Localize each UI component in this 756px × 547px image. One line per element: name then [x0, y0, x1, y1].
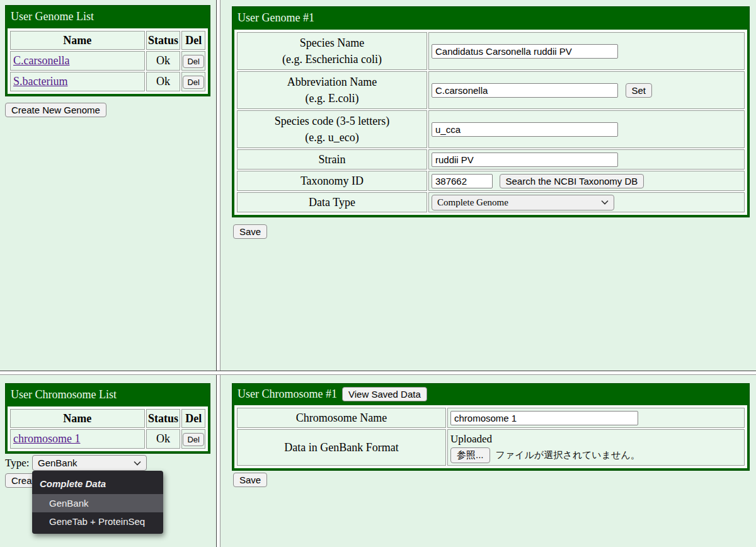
column-header-status: Status	[146, 31, 181, 50]
column-header-status: Status	[146, 409, 181, 428]
genome-link[interactable]: S.bacterium	[13, 75, 67, 88]
field-label: Taxonomy ID	[237, 171, 427, 191]
form-row-species-name: Species Name (e.g. Escherichia coli)	[237, 32, 745, 70]
chromosome-form-title: User Chromosome #1	[238, 388, 337, 401]
form-row-strain: Strain	[237, 149, 745, 170]
save-genome-button[interactable]: Save	[233, 224, 267, 239]
taxonomy-id-input[interactable]	[432, 174, 493, 188]
chromosome-type-select[interactable]: GenBank	[32, 455, 147, 471]
chromosome-link[interactable]: chromosome 1	[13, 432, 80, 445]
table-row: chromosome 1 Ok Del	[10, 429, 205, 449]
species-code-input[interactable]	[432, 122, 618, 137]
table-row: S.bacterium Ok Del	[10, 72, 205, 91]
genome-list-header-row: Name Status Del	[10, 31, 205, 50]
select-dropdown-popup: Complete Data GenBank GeneTab + ProteinS…	[32, 471, 163, 534]
frame-resize-handle-vertical-bottom[interactable]	[216, 375, 220, 547]
dropdown-option-genbank[interactable]: GenBank	[32, 494, 163, 512]
type-label: Type:	[5, 457, 29, 469]
field-label: Abbreviation Name (e.g. E.coli)	[237, 71, 427, 109]
upload-status: Uploaded	[450, 432, 742, 447]
genome-list-panel: User Genome List Name Status Del C.carso…	[5, 5, 210, 96]
table-row: C.carsonella Ok Del	[10, 51, 205, 71]
status-value: Ok	[146, 429, 181, 449]
create-new-genome-button[interactable]: Create New Genome	[5, 103, 106, 117]
chromosome-form-table: Chromosome Name Data in GenBank Format U…	[234, 405, 747, 468]
strain-input[interactable]	[432, 153, 618, 167]
abbreviation-input[interactable]	[432, 83, 618, 98]
column-header-del: Del	[181, 31, 205, 50]
chromosome-list-panel: User Chromosome List Name Status Del chr…	[5, 383, 210, 454]
chevron-down-icon	[134, 461, 141, 466]
form-row-taxonomy: Taxonomy ID Search the NCBI Taxonomy DB	[237, 171, 745, 191]
genome-list-table: Name Status Del C.carsonella Ok Del S.ba…	[8, 28, 208, 94]
dropdown-option-genetab-proteinseq[interactable]: GeneTab + ProteinSeq	[32, 512, 163, 531]
genome-list-title: User Genome List	[8, 8, 208, 28]
genome-form-title: User Genome #1	[234, 9, 747, 30]
genome-form-panel: User Genome #1 Species Name (e.g. Escher…	[232, 6, 750, 217]
field-label: Species Name (e.g. Escherichia coli)	[237, 32, 427, 70]
genome-form-table: Species Name (e.g. Escherichia coli) Abb…	[234, 30, 747, 215]
form-row-species-code: Species code (3-5 letters) (e.g. u_eco)	[237, 110, 745, 148]
file-status-text: ファイルが選択されていません。	[496, 449, 640, 461]
field-label: Data in GenBank Format	[237, 429, 446, 466]
data-type-select[interactable]: Complete Genome	[432, 195, 614, 210]
dropdown-group-label: Complete Data	[32, 474, 163, 494]
column-header-del: Del	[181, 409, 205, 428]
chromosome-name-input[interactable]	[450, 411, 638, 425]
status-value: Ok	[146, 72, 181, 91]
form-row-chromosome-name: Chromosome Name	[237, 408, 745, 428]
file-browse-button[interactable]: 参照...	[450, 447, 490, 463]
field-label: Species code (3-5 letters) (e.g. u_eco)	[237, 110, 427, 148]
form-row-data-type: Data Type Complete Genome	[237, 192, 745, 212]
field-label: Chromosome Name	[237, 408, 446, 428]
delete-genome-button[interactable]: Del	[183, 55, 204, 68]
species-name-input[interactable]	[432, 44, 618, 59]
frame-resize-handle-horizontal[interactable]	[0, 371, 756, 375]
chromosome-list-title: User Chromosome List	[8, 386, 208, 406]
delete-chromosome-button[interactable]: Del	[183, 433, 204, 446]
save-chromosome-button[interactable]: Save	[233, 473, 267, 487]
field-label: Strain	[237, 149, 427, 170]
chromosome-form-panel: User Chromosome #1 View Saved Data Chrom…	[232, 383, 750, 471]
frame-resize-handle-vertical-top[interactable]	[216, 0, 220, 371]
search-ncbi-taxonomy-button[interactable]: Search the NCBI Taxonomy DB	[500, 174, 644, 188]
form-row-genbank-data: Data in GenBank Format Uploaded 参照... ファ…	[237, 429, 745, 466]
chromosome-list-header-row: Name Status Del	[10, 409, 205, 428]
delete-genome-button[interactable]: Del	[183, 76, 204, 89]
genome-link[interactable]: C.carsonella	[13, 54, 69, 67]
field-label: Data Type	[237, 192, 427, 212]
column-header-name: Name	[10, 31, 145, 50]
column-header-name: Name	[10, 409, 145, 428]
chromosome-list-table: Name Status Del chromosome 1 Ok Del	[8, 406, 208, 451]
view-saved-data-button[interactable]: View Saved Data	[342, 387, 427, 401]
status-value: Ok	[146, 51, 181, 71]
form-row-abbreviation: Abbreviation Name (e.g. E.coli) Set	[237, 71, 745, 109]
set-button[interactable]: Set	[626, 83, 653, 98]
chevron-down-icon	[601, 200, 609, 205]
